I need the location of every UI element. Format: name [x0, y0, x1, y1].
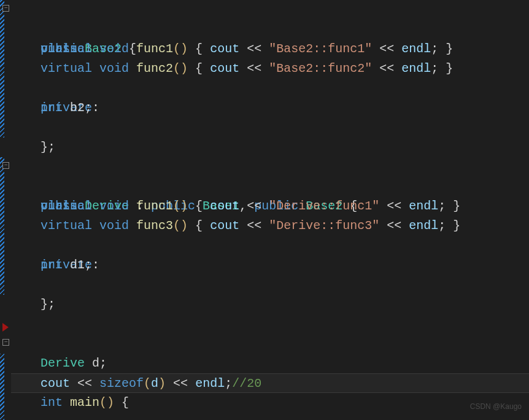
fold-icon[interactable]: −: [2, 339, 9, 346]
keyword: virtual: [41, 199, 92, 213]
function-name: func3: [136, 219, 173, 233]
string-literal: "Base2::func1": [269, 42, 372, 56]
function-name: func1: [136, 42, 173, 56]
code-line[interactable]: virtual void func3() { cout << "Derive::…: [11, 216, 529, 236]
code-line[interactable]: [11, 314, 529, 334]
keyword: virtual: [41, 219, 92, 233]
code-line[interactable]: − int main() {: [11, 334, 529, 354]
code-line[interactable]: private:: [11, 79, 529, 98]
code-line[interactable]: int d1;: [11, 255, 529, 275]
argument: d: [151, 376, 158, 391]
function-name: main: [63, 395, 99, 410]
keyword: int: [41, 258, 63, 272]
code-line[interactable]: public:: [11, 177, 529, 196]
parens: (): [99, 395, 114, 410]
change-marker: [0, 354, 4, 420]
watermark: CSDN @Kaugo: [470, 397, 522, 416]
identifier: cout: [41, 376, 70, 391]
code-line[interactable]: };: [11, 275, 529, 295]
comment: //20: [232, 376, 261, 391]
code-line-current[interactable]: cout << sizeof(d) << endl;//20: [11, 373, 529, 393]
function-name: func1: [136, 199, 173, 213]
parens: (): [173, 199, 188, 213]
keyword: int: [41, 395, 63, 410]
type-name: Derive: [41, 356, 85, 370]
change-marker: [0, 0, 4, 138]
keyword: int: [41, 101, 63, 115]
string-literal: "Derive::func3": [269, 219, 379, 233]
code-line[interactable]: public:: [11, 20, 529, 39]
fold-icon[interactable]: −: [2, 5, 9, 12]
variable: d: [85, 356, 99, 370]
identifier: cout: [210, 199, 239, 213]
keyword: sizeof: [99, 376, 144, 391]
identifier: cout: [210, 42, 239, 56]
code-line[interactable]: virtual void func2() { cout << "Base2::f…: [11, 59, 529, 79]
code-editor[interactable]: − class Base2 { public: virtual void fun…: [0, 0, 529, 393]
function-name: func2: [136, 61, 173, 76]
keyword: void: [99, 199, 129, 213]
keyword: virtual: [41, 61, 92, 76]
fold-icon[interactable]: −: [2, 162, 9, 169]
code-line[interactable]: [11, 138, 529, 157]
keyword: void: [99, 42, 129, 56]
code-line[interactable]: − class Base2 {: [11, 0, 529, 20]
code-line[interactable]: virtual void func1() { cout << "Derive::…: [11, 196, 529, 216]
code-line[interactable]: };: [11, 118, 529, 138]
variable: d1: [63, 258, 85, 272]
code-line[interactable]: virtual void func1() { cout << "Base2::f…: [11, 39, 529, 59]
parens: (): [173, 61, 188, 76]
parens: (): [173, 219, 188, 233]
identifier: cout: [210, 61, 239, 76]
breakpoint-icon[interactable]: [2, 323, 9, 332]
code-line[interactable]: Derive d;: [11, 354, 529, 373]
variable: b2: [63, 101, 85, 115]
keyword: virtual: [41, 42, 92, 56]
parens: (): [173, 42, 188, 56]
code-line[interactable]: private:: [11, 236, 529, 255]
code-line[interactable]: int b2;: [11, 98, 529, 118]
string-literal: "Base2::func2": [269, 61, 372, 76]
keyword: void: [99, 61, 129, 76]
keyword: void: [99, 219, 129, 233]
change-marker: [0, 157, 4, 295]
code-line[interactable]: − class Derive : public Base1, public Ba…: [11, 157, 529, 177]
string-literal: "Derive::func1": [269, 199, 379, 213]
identifier: cout: [210, 219, 239, 233]
code-line[interactable]: [11, 295, 529, 314]
